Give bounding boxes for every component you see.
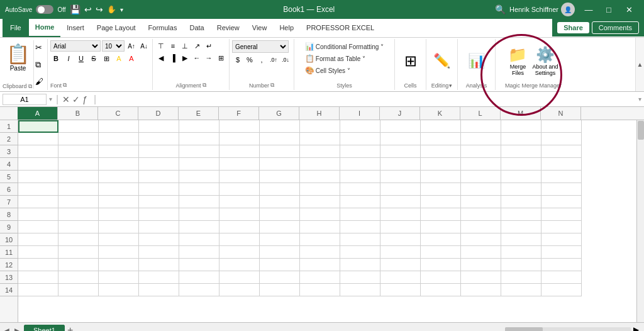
cell-N3[interactable] [541, 145, 582, 158]
borders-button[interactable]: ⊞ [101, 53, 112, 64]
cell-A3[interactable] [18, 145, 58, 158]
merge-center-button[interactable]: ⊞ [215, 52, 226, 64]
cell-G8[interactable] [260, 208, 300, 221]
cell-G14[interactable] [260, 284, 300, 296]
cell-B5[interactable] [58, 171, 99, 183]
cell-F8[interactable] [219, 208, 260, 221]
tab-home[interactable]: Home [29, 18, 61, 37]
tab-data[interactable]: Data [183, 18, 210, 37]
share-button[interactable]: Share [557, 22, 589, 33]
comma-button[interactable]: , [256, 54, 267, 65]
cell-F6[interactable] [219, 183, 260, 196]
col-header-E[interactable]: E [179, 107, 219, 120]
cell-M14[interactable] [501, 284, 541, 296]
cell-I1[interactable] [340, 120, 380, 133]
h-scroll-right-icon[interactable]: ▶ [633, 325, 639, 332]
cell-H8[interactable] [300, 208, 340, 221]
cell-C4[interactable] [99, 158, 139, 171]
autosave-toggle[interactable] [36, 5, 53, 14]
number-format-select[interactable]: General [232, 40, 289, 53]
cell-K5[interactable] [421, 171, 461, 183]
cell-K11[interactable] [421, 246, 461, 259]
cell-A5[interactable] [18, 171, 58, 183]
cell-A13[interactable] [18, 271, 58, 284]
row-header-8[interactable]: 8 [0, 208, 18, 221]
cell-J2[interactable] [380, 133, 421, 145]
save-icon[interactable]: 💾 [70, 4, 80, 14]
cell-H3[interactable] [300, 145, 340, 158]
italic-button[interactable]: I [63, 53, 74, 64]
cell-J5[interactable] [380, 171, 421, 183]
cell-N13[interactable] [541, 271, 582, 284]
horizontal-scrollbar[interactable] [505, 327, 631, 332]
percent-button[interactable]: % [244, 54, 255, 65]
cell-E4[interactable] [179, 158, 219, 171]
cell-D4[interactable] [139, 158, 179, 171]
cell-B7[interactable] [58, 196, 99, 208]
cell-B12[interactable] [58, 259, 99, 271]
cell-F13[interactable] [219, 271, 260, 284]
cell-E1[interactable] [179, 120, 219, 133]
cell-M7[interactable] [501, 196, 541, 208]
cell-K10[interactable] [421, 233, 461, 246]
row-header-7[interactable]: 7 [0, 196, 18, 208]
underline-button[interactable]: U [75, 53, 87, 64]
cell-M1[interactable] [501, 120, 541, 133]
orientation-button[interactable]: ↗ [191, 40, 203, 52]
cell-G13[interactable] [260, 271, 300, 284]
cell-styles-button[interactable]: 🎨 Cell Styles ˅ [304, 65, 385, 76]
bottom-align-button[interactable]: ⊥ [179, 40, 191, 52]
cut-button[interactable]: ✂ [35, 43, 43, 52]
cell-D14[interactable] [139, 284, 179, 296]
cell-J7[interactable] [380, 196, 421, 208]
cell-K7[interactable] [421, 196, 461, 208]
cell-H9[interactable] [300, 221, 340, 233]
cell-B3[interactable] [58, 145, 99, 158]
h-scrollbar-thumb[interactable] [505, 327, 543, 332]
tab-review[interactable]: Review [211, 18, 246, 37]
cell-D6[interactable] [139, 183, 179, 196]
cell-B1[interactable] [58, 120, 99, 133]
cell-J8[interactable] [380, 208, 421, 221]
cell-L2[interactable] [461, 133, 501, 145]
cell-M6[interactable] [501, 183, 541, 196]
cell-H4[interactable] [300, 158, 340, 171]
touch-icon[interactable]: ✋ [107, 5, 116, 14]
cell-N4[interactable] [541, 158, 582, 171]
col-header-I[interactable]: I [340, 107, 380, 120]
currency-button[interactable]: $ [232, 54, 243, 65]
cell-I11[interactable] [340, 246, 380, 259]
cell-C2[interactable] [99, 133, 139, 145]
increase-decimal-button[interactable]: .0↑ [268, 54, 279, 65]
more-tools-icon[interactable]: ▾ [120, 6, 123, 13]
cell-J12[interactable] [380, 259, 421, 271]
vertical-scrollbar[interactable] [636, 120, 644, 322]
cell-H2[interactable] [300, 133, 340, 145]
cell-L8[interactable] [461, 208, 501, 221]
cell-K6[interactable] [421, 183, 461, 196]
cell-A6[interactable] [18, 183, 58, 196]
cell-B10[interactable] [58, 233, 99, 246]
cell-J14[interactable] [380, 284, 421, 296]
cell-F11[interactable] [219, 246, 260, 259]
font-family-select[interactable]: Arial [50, 40, 101, 52]
cell-N14[interactable] [541, 284, 582, 296]
cell-C3[interactable] [99, 145, 139, 158]
cell-N8[interactable] [541, 208, 582, 221]
cell-L11[interactable] [461, 246, 501, 259]
cell-L3[interactable] [461, 145, 501, 158]
cell-K14[interactable] [421, 284, 461, 296]
increase-font-size-button[interactable]: A↑ [126, 40, 137, 52]
cell-C7[interactable] [99, 196, 139, 208]
font-size-select[interactable]: 10 [102, 40, 125, 52]
cell-E5[interactable] [179, 171, 219, 183]
cell-C10[interactable] [99, 233, 139, 246]
copy-button[interactable]: ⧉ [35, 60, 43, 70]
cell-K2[interactable] [421, 133, 461, 145]
cell-L7[interactable] [461, 196, 501, 208]
cell-K3[interactable] [421, 145, 461, 158]
row-header-14[interactable]: 14 [0, 284, 18, 296]
redo-icon[interactable]: ↪ [96, 4, 103, 14]
indent-decrease-button[interactable]: ← [191, 52, 203, 64]
cell-D13[interactable] [139, 271, 179, 284]
